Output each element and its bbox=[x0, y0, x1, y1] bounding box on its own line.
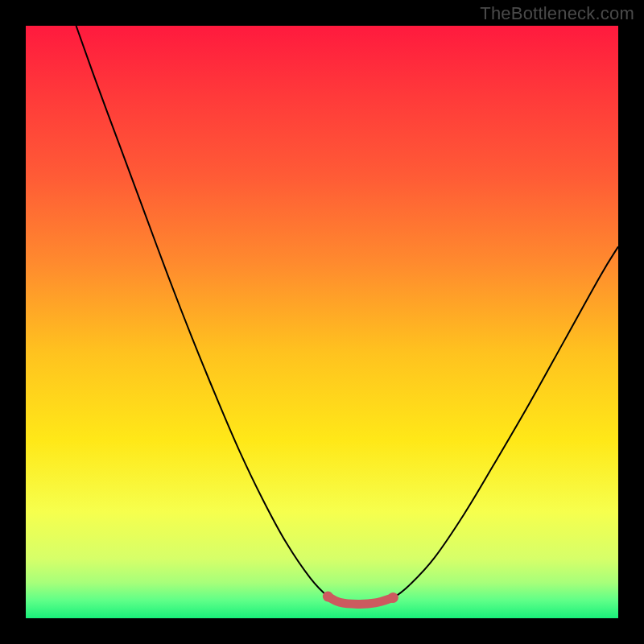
watermark-text: TheBottleneck.com bbox=[480, 3, 634, 24]
optimal-range-start-dot bbox=[323, 592, 333, 602]
optimal-range-end-dot bbox=[388, 592, 398, 603]
gradient-background bbox=[26, 26, 618, 618]
chart-frame: TheBottleneck.com bbox=[0, 0, 644, 644]
bottleneck-chart bbox=[0, 0, 644, 644]
